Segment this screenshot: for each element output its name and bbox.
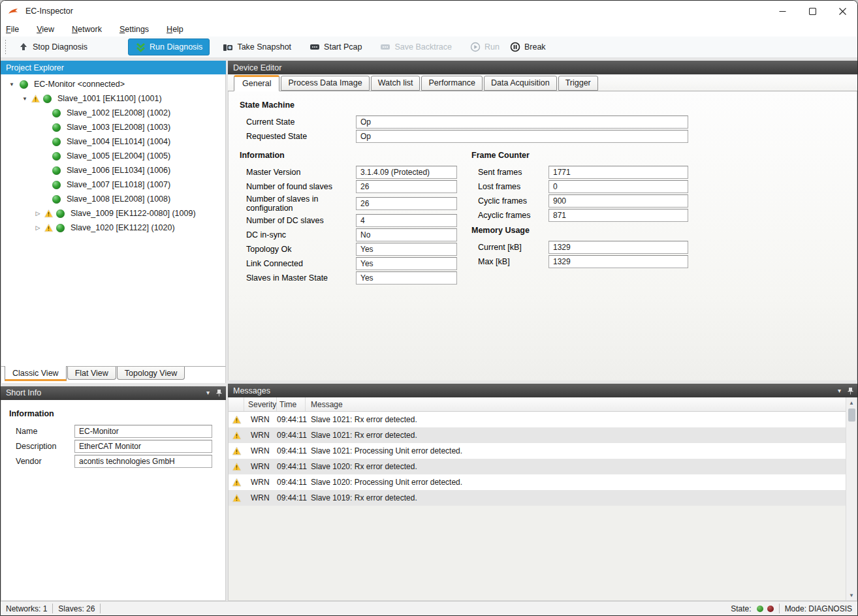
expander-collapsed-icon[interactable]: ▷	[33, 210, 43, 217]
lost-frames-field[interactable]	[548, 180, 688, 193]
toolbar: Stop Diagnosis Run Diagnosis Take Snapsh…	[1, 37, 857, 58]
toolbar-grip[interactable]	[5, 39, 7, 55]
tree-item-ec-monitor[interactable]: ▼ EC-Monitor <connected>	[1, 77, 225, 91]
project-explorer-header: Project Explorer	[1, 61, 226, 74]
tree-item-slave-1009[interactable]: ▷ Slave_1009 [EK1122-0080] (1009)	[1, 206, 225, 221]
link-connected-field[interactable]	[356, 257, 457, 270]
severity-column-header[interactable]: Severity	[244, 397, 277, 411]
scrollbar-thumb[interactable]	[848, 408, 855, 422]
scroll-up-icon[interactable]: ▲	[846, 397, 857, 408]
start-pcap-button[interactable]: Start Pcap	[304, 39, 367, 55]
tree-item-slave-1020[interactable]: ▷ Slave_1020 [EK1122] (1020)	[1, 221, 225, 235]
expander-expanded-icon[interactable]: ▼	[20, 96, 30, 102]
panel-menu-caret-icon[interactable]: ▾	[838, 388, 841, 394]
dc-slaves-field[interactable]	[356, 214, 457, 227]
pin-icon[interactable]	[216, 389, 222, 397]
maximize-button[interactable]	[797, 1, 827, 22]
menu-file[interactable]: File	[6, 23, 19, 35]
tree-item-slave-1008[interactable]: Slave_1008 [EL2008] (1008)	[1, 192, 225, 206]
tab-flat-view[interactable]: Flat View	[67, 367, 116, 380]
severity-icon-column[interactable]	[229, 397, 244, 411]
left-column: Project Explorer ▼ EC-Monitor <connected…	[1, 61, 226, 601]
menu-view[interactable]: View	[37, 23, 54, 35]
tree-item-slave-1001[interactable]: ▼ Slave_1001 [EK1100] (1001)	[1, 91, 225, 106]
take-snapshot-button[interactable]: Take Snapshot	[217, 39, 296, 55]
message-row[interactable]: WRN 09:44:11 Slave 1020: Processing Unit…	[229, 474, 846, 490]
run-diagnosis-button[interactable]: Run Diagnosis	[128, 38, 210, 55]
tree-item-slave-1002[interactable]: Slave_1002 [EL2008] (1002)	[1, 106, 225, 120]
device-editor-tabs: General Process Data Image Watch list Pe…	[228, 74, 857, 91]
memory-max-field[interactable]	[548, 255, 688, 268]
time-column-header[interactable]: Time	[277, 397, 306, 411]
memory-current-field[interactable]	[548, 241, 688, 254]
tab-performance[interactable]: Performance	[421, 76, 483, 91]
sent-frames-field[interactable]	[548, 166, 688, 179]
warning-icon	[229, 462, 244, 471]
menu-bar: File View Network Settings Help	[1, 22, 857, 37]
requested-state-field[interactable]	[356, 130, 688, 143]
message-row[interactable]: WRN 09:44:11 Slave 1021: Processing Unit…	[229, 443, 846, 459]
explorer-view-tabs: Classic View Flat View Topology View	[1, 366, 226, 383]
cyclic-frames-field[interactable]	[548, 194, 688, 208]
menu-network[interactable]: Network	[72, 23, 102, 35]
message-row[interactable]: WRN 09:44:11 Slave 1021: Rx error detect…	[229, 427, 846, 443]
short-info-title: Short Info	[6, 388, 41, 397]
description-field[interactable]	[74, 440, 212, 453]
status-green-sphere-icon	[52, 123, 61, 132]
slaves-in-config-field[interactable]	[356, 197, 457, 210]
dc-slaves-label: Number of DC slaves	[240, 216, 356, 225]
message-row[interactable]: WRN 09:44:11 Slave 1019: Rx error detect…	[229, 490, 846, 506]
menu-settings[interactable]: Settings	[119, 23, 149, 35]
minimize-button[interactable]	[767, 1, 797, 22]
vendor-label: Vendor	[9, 457, 74, 466]
messages-scrollbar[interactable]: ▲ ▼	[846, 397, 857, 600]
tab-trigger[interactable]: Trigger	[558, 76, 598, 91]
expander-expanded-icon[interactable]: ▼	[7, 82, 17, 87]
memory-usage-title: Memory Usage	[471, 226, 688, 235]
pin-icon[interactable]	[848, 387, 853, 395]
scroll-down-icon[interactable]: ▼	[846, 590, 857, 600]
tab-process-data-image[interactable]: Process Data Image	[281, 76, 369, 91]
break-button[interactable]: Break	[505, 39, 551, 55]
status-green-sphere-icon	[52, 138, 61, 146]
acyclic-frames-field[interactable]	[548, 209, 688, 222]
close-button[interactable]	[827, 1, 857, 22]
expander-collapsed-icon[interactable]: ▷	[33, 224, 43, 231]
status-bar: Networks: 1 Slaves: 26 State: Mode: DIAG…	[1, 601, 857, 615]
tree-item-slave-1006[interactable]: Slave_1006 [EL1034] (1006)	[1, 163, 225, 177]
message-row[interactable]: WRN 09:44:11 Slave 1021: Rx error detect…	[229, 412, 846, 427]
tree-item-slave-1004[interactable]: Slave_1004 [EL1014] (1004)	[1, 134, 225, 149]
current-state-field[interactable]	[356, 116, 688, 129]
message-row[interactable]: WRN 09:44:11 Slave 1020: Rx error detect…	[229, 459, 846, 474]
play-circle-icon	[470, 42, 481, 52]
run-button[interactable]: Run	[465, 39, 505, 55]
vendor-field[interactable]	[74, 455, 212, 468]
tab-watch-list[interactable]: Watch list	[371, 76, 421, 91]
messages-table: Severity Time Message WRN 09:44:11 Slave…	[229, 397, 846, 600]
found-slaves-field[interactable]	[356, 180, 457, 193]
tree-item-slave-1007[interactable]: Slave_1007 [EL1018] (1007)	[1, 177, 225, 192]
slaves-master-state-field[interactable]	[356, 271, 457, 285]
stop-diagnosis-button[interactable]: Stop Diagnosis	[13, 39, 93, 55]
pause-circle-icon	[510, 42, 520, 52]
message-column-header[interactable]: Message	[306, 400, 846, 409]
short-info-section-title: Information	[9, 409, 225, 418]
master-version-field[interactable]	[356, 166, 457, 179]
arrow-up-icon	[18, 42, 29, 52]
tab-classic-view[interactable]: Classic View	[5, 366, 67, 381]
menu-help[interactable]: Help	[167, 23, 183, 35]
topology-ok-field[interactable]	[356, 243, 457, 256]
tab-general[interactable]: General	[234, 75, 279, 91]
tree-item-slave-1005[interactable]: Slave_1005 [EL2004] (1005)	[1, 149, 225, 163]
panel-menu-caret-icon[interactable]: ▾	[206, 390, 210, 396]
dc-insync-field[interactable]	[356, 228, 457, 241]
link-connected-label: Link Connected	[240, 259, 356, 268]
name-field[interactable]	[74, 425, 212, 438]
tree-item-slave-1003[interactable]: Slave_1003 [EL2008] (1003)	[1, 120, 225, 134]
backtrace-file-icon	[380, 42, 390, 52]
device-editor-header: Device Editor	[228, 61, 857, 74]
save-backtrace-button[interactable]: Save Backtrace	[375, 39, 457, 55]
status-green-sphere-icon	[43, 95, 52, 103]
tab-data-acquisition[interactable]: Data Acquisition	[484, 76, 557, 91]
tab-topology-view[interactable]: Topology View	[117, 367, 185, 380]
